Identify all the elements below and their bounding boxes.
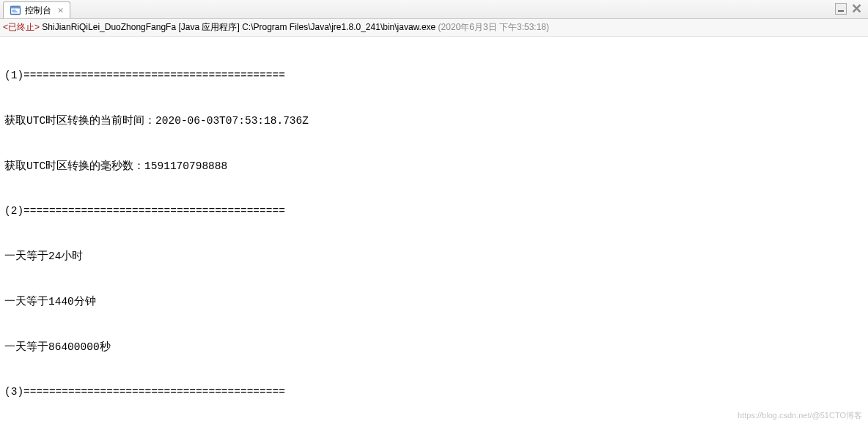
- console-tab[interactable]: 控制台 ⨯: [3, 1, 70, 18]
- output-line: 一天等于86400000秒: [4, 340, 864, 355]
- output-line: 一天等于1440分钟: [4, 294, 864, 310]
- watermark: https://blog.csdn.net/@51CTO博客: [738, 410, 862, 421]
- process-header: <已终止> ShiJianRiQiLei_DuoZhongFangFa [Jav…: [0, 19, 868, 37]
- minimize-button[interactable]: [835, 3, 847, 15]
- terminated-label: <已终止>: [3, 22, 40, 32]
- console-icon: [10, 4, 21, 16]
- console-output[interactable]: (1)=====================================…: [0, 37, 868, 424]
- output-line: 获取UTC时区转换的当前时间：2020-06-03T07:53:18.736Z: [4, 114, 864, 129]
- output-line: 一天等于24小时: [4, 249, 864, 264]
- tab-bar: 控制台 ⨯ ✕: [0, 0, 868, 19]
- output-line: (1)=====================================…: [4, 68, 864, 83]
- output-line: 获取UTC时区转换的毫秒数：1591170798888: [4, 159, 864, 174]
- output-line: (3)=====================================…: [4, 384, 864, 400]
- minimize-icon: [838, 10, 844, 12]
- run-timestamp: (2020年6月3日 下午3:53:18): [435, 22, 549, 32]
- tab-close-icon[interactable]: ⨯: [57, 6, 64, 15]
- program-path: ShiJianRiQiLei_DuoZhongFangFa [Java 应用程序…: [40, 22, 435, 32]
- tab-controls: ✕: [835, 2, 864, 15]
- svg-rect-1: [11, 7, 21, 9]
- output-line: (2)=====================================…: [4, 204, 864, 219]
- close-view-icon[interactable]: ✕: [850, 2, 864, 15]
- tab-title: 控制台: [25, 4, 51, 17]
